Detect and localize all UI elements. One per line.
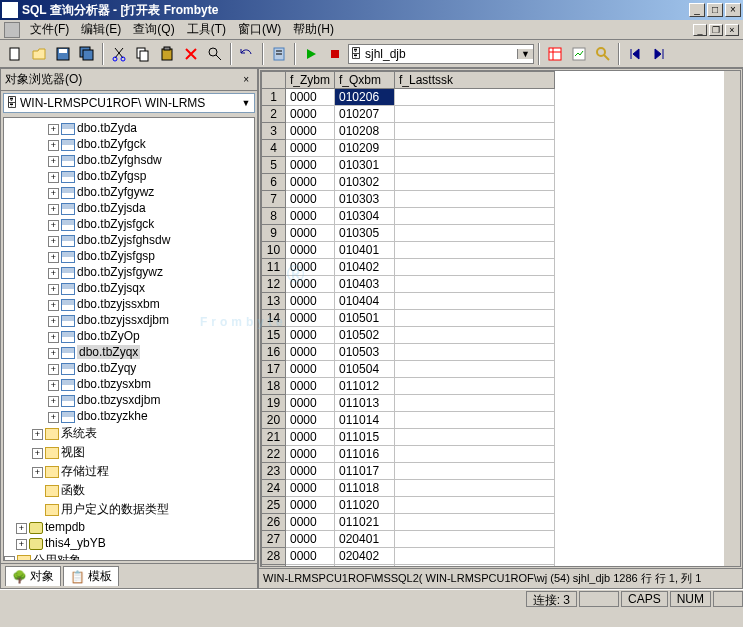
expand-icon[interactable]: + [48,332,59,343]
tree-item-table[interactable]: +dbo.tbzysxbm [48,376,254,392]
tree-item-table[interactable]: +dbo.tbZyjsfgck [48,216,254,232]
expand-icon[interactable]: + [48,300,59,311]
table-row[interactable]: 90000010305 [262,225,555,242]
database-combo[interactable]: 🗄 ▼ [348,44,534,64]
cell[interactable] [395,412,555,429]
cell[interactable] [395,123,555,140]
cell[interactable]: 0000 [286,123,335,140]
cell[interactable]: 010404 [335,293,395,310]
copy-button[interactable] [132,43,154,65]
pane-close-button[interactable]: × [239,74,253,85]
cell[interactable]: 020403 [335,565,395,568]
row-header[interactable]: 19 [262,395,286,412]
cell[interactable]: 011014 [335,412,395,429]
tree-item-folder[interactable]: 函数 [32,481,254,500]
expand-icon[interactable]: + [48,252,59,263]
cell[interactable] [395,378,555,395]
expand-icon[interactable]: + [32,429,43,440]
tree-item-table[interactable]: +dbo.tbZyjsqx [48,280,254,296]
cell[interactable]: 010403 [335,276,395,293]
table-row[interactable]: 200000011014 [262,412,555,429]
table-row[interactable]: 280000020402 [262,548,555,565]
expand-icon[interactable]: + [48,220,59,231]
tree-item-table[interactable]: +dbo.tbZyjsfgywz [48,264,254,280]
row-header[interactable]: 13 [262,293,286,310]
cell[interactable]: 0000 [286,361,335,378]
cell[interactable]: 011013 [335,395,395,412]
cell[interactable]: 0000 [286,480,335,497]
tree-item-root[interactable]: −公用对象 [4,551,254,561]
cell[interactable] [395,191,555,208]
tree-item-table[interactable]: +dbo.tbZyjsda [48,200,254,216]
row-header[interactable]: 11 [262,259,286,276]
tree-item-folder[interactable]: +视图 [32,443,254,462]
cell[interactable]: 020402 [335,548,395,565]
cell[interactable]: 010209 [335,140,395,157]
properties-button[interactable] [268,43,290,65]
expand-icon[interactable]: + [32,448,43,459]
cell[interactable]: 0000 [286,225,335,242]
new-button[interactable] [4,43,26,65]
column-header[interactable]: f_Lasttssk [395,72,555,89]
expand-icon[interactable]: + [48,284,59,295]
table-row[interactable]: 190000011013 [262,395,555,412]
mdi-close-button[interactable]: × [725,24,739,36]
expand-icon[interactable]: + [48,156,59,167]
cell[interactable]: 011021 [335,514,395,531]
table-row[interactable]: 70000010303 [262,191,555,208]
table-row[interactable]: 290000020403 [262,565,555,568]
cell[interactable]: 0000 [286,157,335,174]
execute-button[interactable] [300,43,322,65]
row-header[interactable]: 10 [262,242,286,259]
cell[interactable]: 010401 [335,242,395,259]
row-header[interactable]: 1 [262,89,286,106]
table-row[interactable]: 270000020401 [262,531,555,548]
cell[interactable] [395,531,555,548]
tab-objects[interactable]: 🌳对象 [5,566,61,586]
cell[interactable]: 010402 [335,259,395,276]
table-row[interactable]: 230000011017 [262,463,555,480]
cell[interactable] [395,463,555,480]
cell[interactable]: 010502 [335,327,395,344]
menu-edit[interactable]: 编辑(E) [75,19,127,40]
table-row[interactable]: 120000010403 [262,276,555,293]
row-header[interactable]: 24 [262,480,286,497]
stop-button[interactable] [324,43,346,65]
paste-button[interactable] [156,43,178,65]
cell[interactable]: 0000 [286,565,335,568]
expand-icon[interactable]: + [48,140,59,151]
cell[interactable]: 0000 [286,310,335,327]
cell[interactable]: 010503 [335,344,395,361]
cell[interactable] [395,174,555,191]
cell[interactable] [395,565,555,568]
tree-item-table[interactable]: +dbo.tbZyfgck [48,136,254,152]
cell[interactable]: 0000 [286,514,335,531]
expand-icon[interactable]: + [48,172,59,183]
expand-icon[interactable]: + [48,124,59,135]
open-button[interactable] [28,43,50,65]
cut-button[interactable] [108,43,130,65]
cell[interactable]: 0000 [286,548,335,565]
save-all-button[interactable] [76,43,98,65]
cell[interactable] [395,89,555,106]
cell[interactable]: 0000 [286,395,335,412]
cell[interactable]: 0000 [286,378,335,395]
column-header[interactable]: f_Zybm [286,72,335,89]
mdi-minimize-button[interactable]: _ [693,24,707,36]
tree-item-table[interactable]: +dbo.tbzyzkhe [48,408,254,424]
cell[interactable]: 0000 [286,531,335,548]
cell[interactable]: 011015 [335,429,395,446]
menu-file[interactable]: 文件(F) [24,19,75,40]
expand-icon[interactable]: + [16,523,27,534]
object-browser-button[interactable] [592,43,614,65]
expand-icon[interactable]: + [48,316,59,327]
cell[interactable]: 0000 [286,276,335,293]
dropdown-icon[interactable]: ▼ [517,49,533,59]
cell[interactable]: 0000 [286,463,335,480]
table-row[interactable]: 170000010504 [262,361,555,378]
row-header[interactable]: 9 [262,225,286,242]
cell[interactable] [395,480,555,497]
table-row[interactable]: 180000011012 [262,378,555,395]
cell[interactable]: 010207 [335,106,395,123]
menu-tools[interactable]: 工具(T) [181,19,232,40]
